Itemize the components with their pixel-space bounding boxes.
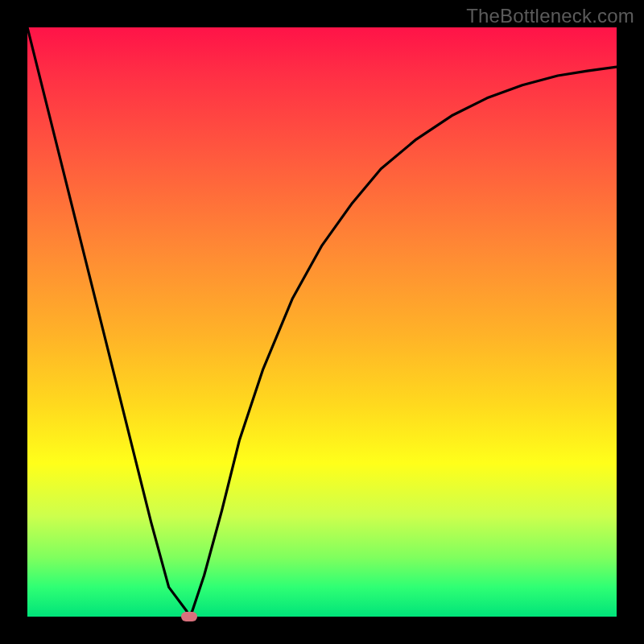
plot-area: [27, 27, 617, 617]
watermark-text: TheBottleneck.com: [466, 5, 634, 27]
chart-frame: TheBottleneck.com: [0, 0, 644, 644]
optimum-marker: [181, 612, 197, 621]
bottleneck-curve: [27, 27, 617, 617]
